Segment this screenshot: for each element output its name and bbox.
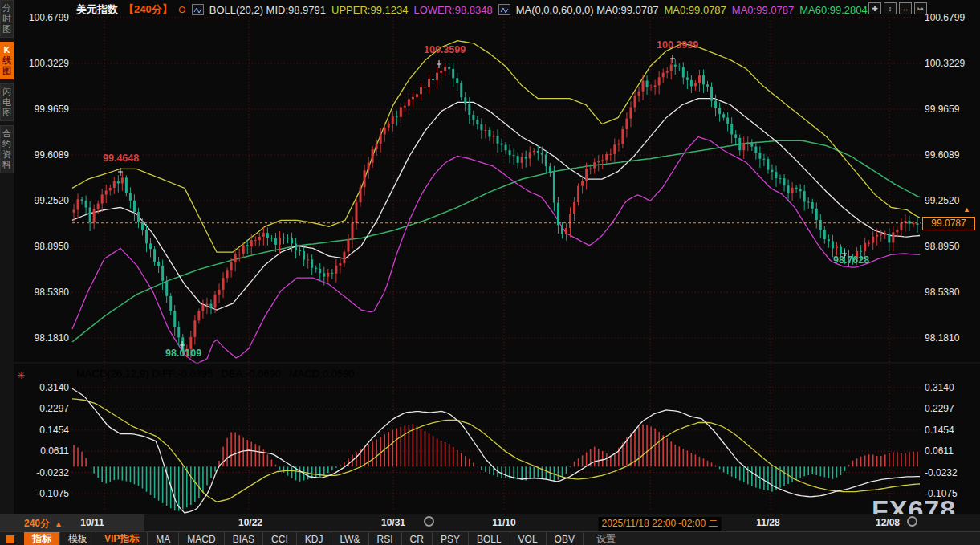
scrollbar-handle-left[interactable] bbox=[424, 516, 434, 527]
boll-upper-value: UPPER:99.1234 bbox=[331, 4, 408, 16]
current-price-label: 99.0787 bbox=[922, 217, 975, 230]
macd-axis-tick-left: 0.0611 bbox=[14, 445, 69, 457]
period-cell[interactable]: 240分 ▲ bbox=[0, 514, 144, 532]
period-label: 【240分】 bbox=[124, 2, 173, 17]
toolbar-item-OBV[interactable]: OBV bbox=[547, 532, 584, 545]
macd-value: MACD:0.0590 bbox=[289, 368, 355, 380]
macd-pane-icon[interactable]: ✳ bbox=[17, 370, 25, 381]
macd-axis-tick-right: 0.1454 bbox=[925, 425, 954, 436]
macd-axis-tick-left: -0.0232 bbox=[14, 467, 69, 478]
toolbar-item-MA[interactable]: MA bbox=[148, 532, 179, 545]
macd-axis-tick-right: 0.3140 bbox=[925, 382, 954, 393]
toolbar-item-模板[interactable]: 模板 bbox=[60, 532, 96, 545]
main-axis-tick-left: 98.8950 bbox=[14, 241, 69, 252]
indicator-toolbar: 指标模板VIP指标MAMACDBIASCCIKDJLW&RSICRPSYBOLL… bbox=[0, 531, 980, 545]
price-annotation: 98.0109 bbox=[165, 348, 201, 359]
macd-axis-tick-right: 0.0611 bbox=[925, 445, 954, 457]
price-annotation: 100.3599 bbox=[424, 44, 466, 55]
date-label: 10/22 bbox=[238, 517, 262, 528]
main-axis-tick-right: 98.1810 bbox=[925, 332, 959, 344]
price-arrow-icon: ▲ bbox=[963, 205, 970, 214]
chart-application: 99.4648100.3599100.393998.010998.7628 分时… bbox=[0, 0, 980, 545]
collapse-icon[interactable]: ⊖ bbox=[178, 5, 186, 14]
date-label: 11/10 bbox=[492, 517, 515, 528]
main-axis-tick-right: 100.3229 bbox=[925, 58, 965, 69]
ma0-yellow-value: MA0:99.0787 bbox=[664, 4, 726, 16]
period-text: 240分 bbox=[24, 517, 50, 531]
main-axis-tick-left: 99.2520 bbox=[14, 195, 69, 206]
pan-icon[interactable]: ✚ bbox=[868, 2, 881, 14]
toolbar-item-指标[interactable]: 指标 bbox=[24, 532, 60, 545]
x-axis-scale-icon[interactable]: ↔ bbox=[899, 2, 912, 14]
macd-axis-tick-left: -0.1075 bbox=[14, 488, 69, 499]
main-axis-tick-right: 99.9659 bbox=[925, 104, 959, 115]
ma60-value: MA60:99.2804 bbox=[799, 4, 868, 16]
date-axis-bar: 240分 ▲ 10/1110/2210/3111/1011/2812/08202… bbox=[0, 514, 980, 532]
price-annotation: 98.7628 bbox=[833, 254, 869, 266]
main-axis-tick-right: 98.5380 bbox=[925, 287, 959, 298]
ma0-magenta-value: MA0:99.0787 bbox=[732, 4, 794, 16]
toolbar-item-CCI[interactable]: CCI bbox=[263, 532, 297, 545]
macd-axis-tick-left: 0.2297 bbox=[14, 403, 69, 414]
symbol-title: 美元指数 bbox=[76, 2, 118, 17]
main-axis-tick-left: 98.5380 bbox=[14, 287, 69, 298]
main-axis-tick-right: 100.6799 bbox=[925, 12, 965, 23]
toolbar-item-设置[interactable]: 设置 bbox=[588, 532, 624, 545]
macd-axis-tick-right: -0.0232 bbox=[925, 467, 958, 478]
main-axis-tick-right: 99.6089 bbox=[925, 149, 959, 161]
main-axis-tick-left: 99.6089 bbox=[14, 149, 69, 161]
toolbar-item-VIP指标[interactable]: VIP指标 bbox=[96, 532, 148, 545]
highlighted-date-label: 2025/11/18 22:00~02:00 二 bbox=[599, 517, 722, 531]
boll-values: BOLL(20,2) MID:98.9791 bbox=[209, 4, 326, 16]
main-axis-tick-left: 100.3229 bbox=[14, 58, 69, 69]
toolbar-item-LW&[interactable]: LW& bbox=[331, 532, 368, 545]
indicator-swatch-icon bbox=[6, 535, 14, 543]
macd-header: MACD(26,12,9) DIFF:-0.0395 DEA:-0.0690 M… bbox=[76, 368, 355, 380]
main-axis-tick-right: 99.2520 bbox=[925, 195, 959, 206]
y-axis-scale-icon[interactable]: ↕ bbox=[884, 2, 897, 14]
left-sidebar: 分时图K线图闪电图合约资料 bbox=[0, 0, 14, 514]
toolbar-item-RSI[interactable]: RSI bbox=[369, 532, 402, 545]
main-axis-tick-left: 99.9659 bbox=[14, 104, 69, 115]
toolbar-item-PSY[interactable]: PSY bbox=[433, 532, 469, 545]
date-label: 11/28 bbox=[756, 517, 779, 528]
toolbar-item-BOLL[interactable]: BOLL bbox=[469, 532, 510, 545]
macd-axis-tick-left: 0.1454 bbox=[14, 425, 69, 436]
sidebar-item-1[interactable]: 分时图 bbox=[0, 0, 14, 38]
period-arrow-icon: ▲ bbox=[55, 519, 63, 528]
main-axis-tick-left: 100.6799 bbox=[14, 12, 69, 23]
scrollbar-handle-right[interactable] bbox=[907, 516, 917, 527]
chart-tool-icons: ✚↕↔↦ bbox=[868, 2, 927, 14]
date-label: 10/11 bbox=[80, 517, 104, 528]
price-annotation: 100.3939 bbox=[657, 39, 698, 51]
main-chart-header: 美元指数 【240分】 ⊖ BOLL(20,2) MID:98.9791 UPP… bbox=[76, 3, 868, 16]
toolbar-item-VOL[interactable]: VOL bbox=[510, 532, 547, 545]
macd-dea-value: DEA:-0.0690 bbox=[222, 368, 281, 380]
macd-axis-tick-right: 0.2297 bbox=[925, 403, 954, 414]
toolbar-item-CR[interactable]: CR bbox=[402, 532, 433, 545]
main-axis-tick-left: 98.1810 bbox=[14, 332, 69, 344]
boll-lower-value: LOWER:98.8348 bbox=[413, 4, 492, 16]
date-label: 12/08 bbox=[876, 517, 900, 528]
pane-exit-icon[interactable]: ↦ bbox=[914, 2, 927, 14]
toolbar-item-BIAS[interactable]: BIAS bbox=[225, 532, 263, 545]
macd-axis-tick-left: 0.3140 bbox=[14, 382, 69, 393]
date-label: 10/31 bbox=[381, 517, 405, 528]
macd-title: MACD(26,12,9) DIFF:-0.0395 bbox=[76, 368, 213, 380]
ma-values: MA(0,0,0,60,0,0) MA0:99.0787 bbox=[516, 4, 659, 16]
sidebar-item-4[interactable]: 合约资料 bbox=[0, 125, 14, 173]
price-annotation: 99.4648 bbox=[103, 153, 139, 164]
toolbar-item-KDJ[interactable]: KDJ bbox=[297, 532, 332, 545]
sidebar-item-2[interactable]: K线图 bbox=[0, 42, 14, 79]
boll-indicator-icon[interactable] bbox=[192, 4, 204, 15]
sidebar-item-3[interactable]: 闪电图 bbox=[0, 83, 14, 121]
main-axis-tick-right: 98.8950 bbox=[925, 241, 959, 252]
ma-indicator-icon[interactable] bbox=[498, 4, 510, 15]
candlestick-chart-canvas[interactable]: 99.4648100.3599100.393998.010998.7628 bbox=[0, 0, 980, 514]
toolbar-item-MACD[interactable]: MACD bbox=[179, 532, 224, 545]
